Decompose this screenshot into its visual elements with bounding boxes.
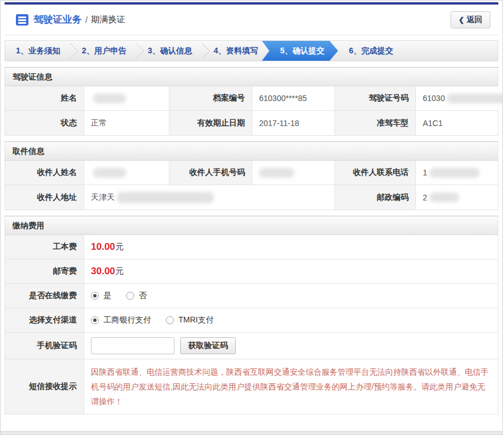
- chevron-left-icon: ❮: [459, 16, 464, 24]
- table-row: 收件人姓名 收件人手机号码 收件人联系电话 1: [5, 161, 498, 185]
- back-button[interactable]: ❮ 返回: [451, 11, 490, 28]
- page: 驾驶证业务 / 期满换证 ❮ 返回 1、业务须知 2、用户申告 3、确认信息 4…: [0, 0, 503, 435]
- step-label: 2、用户申告: [82, 46, 126, 56]
- value-sms-notice: 因陕西省联通、电信运营商技术问题，陕西省互联网交通安全综合服务管理平台无法向持陕…: [84, 359, 498, 414]
- phone-prefix: 1: [423, 168, 427, 177]
- label-production-fee: 工本费: [5, 235, 84, 259]
- step-label: 1、业务须知: [16, 46, 60, 56]
- value-sms-code: 获取验证码: [84, 333, 498, 359]
- radio-label-icbc: 工商银行支付: [103, 315, 151, 325]
- section-pickup-info: 取件信息 收件人姓名 收件人手机号码 收件人联系电话 1 收件人地址 天津天 邮…: [5, 141, 498, 210]
- value-status: 正常: [84, 111, 169, 135]
- table-row: 姓名 档案编号 610300****85 驾驶证号码 61030 X: [5, 86, 498, 111]
- radio-unselected-icon: [126, 292, 134, 300]
- step-label: 6、完成提交: [349, 46, 393, 56]
- value-recipient-phone: 1: [416, 161, 498, 185]
- label-recipient-mobile: 收件人手机号码: [169, 161, 252, 185]
- sms-notice-text: 因陕西省联通、电信运营商技术问题，陕西省互联网交通安全综合服务管理平台无法向持陕…: [91, 364, 490, 409]
- radio-label-tmri: TMRI支付: [178, 315, 214, 325]
- value-payment-channel: 工商银行支付 TMRI支付: [84, 308, 498, 332]
- radio-pay-online-yes[interactable]: 是: [91, 291, 111, 301]
- value-recipient-mobile: [252, 161, 335, 185]
- radio-unselected-icon: [166, 316, 174, 324]
- value-license-number: 61030 X: [416, 86, 503, 110]
- label-sms-code: 手机验证码: [5, 333, 84, 359]
- label-name: 姓名: [5, 86, 84, 110]
- step-label: 5、确认提交: [280, 46, 324, 56]
- radio-selected-icon: [91, 292, 99, 300]
- redaction-blur: [93, 168, 126, 178]
- radio-channel-icbc[interactable]: 工商银行支付: [91, 315, 151, 325]
- value-file-number: 610300****85: [252, 86, 335, 110]
- step-6-complete-submit[interactable]: 6、完成提交: [338, 41, 404, 61]
- label-postcode: 邮政编码: [335, 185, 416, 209]
- section-title-pickup: 取件信息: [5, 142, 498, 161]
- step-label: 3、确认信息: [148, 46, 192, 56]
- step-bar-filler: [404, 41, 498, 61]
- step-1-business-notes[interactable]: 1、业务须知: [5, 41, 71, 61]
- row-sms-notice: 短信接收提示 因陕西省联通、电信运营商技术问题，陕西省互联网交通安全综合服务管理…: [5, 359, 498, 414]
- section-payment-fees: 缴纳费用 工本费 10.00 元 邮寄费 30.00 元 是否在线缴费 是: [5, 216, 498, 414]
- label-expiry-date: 有效期止日期: [169, 111, 252, 135]
- payment-channel-radio-group: 工商银行支付 TMRI支付: [91, 315, 214, 325]
- radio-pay-online-no[interactable]: 否: [126, 291, 147, 301]
- label-pay-online: 是否在线缴费: [5, 284, 84, 308]
- step-4-fill-materials[interactable]: 4、资料填写: [203, 41, 269, 61]
- address-prefix: 天津天: [91, 192, 115, 203]
- get-sms-code-button[interactable]: 获取验证码: [180, 337, 236, 354]
- row-payment-channel: 选择支付渠道 工商银行支付 TMRI支付: [5, 308, 498, 333]
- step-5-confirm-submit-active[interactable]: 5、确认提交: [262, 41, 338, 61]
- label-postage-fee: 邮寄费: [5, 259, 84, 283]
- breadcrumb-current-page: 期满换证: [91, 14, 125, 25]
- document-list-icon: [16, 14, 28, 26]
- license-number-prefix: 61030: [423, 94, 445, 103]
- label-license-number: 驾驶证号码: [335, 86, 416, 110]
- label-vehicle-class: 准驾车型: [335, 111, 416, 135]
- redaction-blur: [117, 192, 214, 203]
- value-pay-online: 是 否: [84, 284, 498, 308]
- value-name: [84, 86, 169, 110]
- redaction-blur: [430, 168, 480, 178]
- label-recipient-name: 收件人姓名: [5, 161, 84, 185]
- value-recipient-name: [84, 161, 169, 185]
- label-payment-channel: 选择支付渠道: [5, 308, 84, 332]
- fee-row-cost: 工本费 10.00 元: [5, 235, 498, 259]
- step-2-user-declaration[interactable]: 2、用户申告: [71, 41, 137, 61]
- production-fee-amount: 10.00: [91, 241, 115, 253]
- table-row: 收件人地址 天津天 邮政编码 2: [5, 185, 498, 209]
- section-license-info: 驾驶证信息 姓名 档案编号 610300****85 驾驶证号码 61030 X…: [5, 67, 498, 136]
- production-fee-unit: 元: [116, 242, 124, 252]
- table-row: 状态 正常 有效期止日期 2017-11-18 准驾车型 A1C1: [5, 111, 498, 135]
- redaction-blur: [447, 94, 503, 103]
- value-postcode: 2: [416, 185, 498, 209]
- sms-code-input[interactable]: [91, 337, 174, 354]
- step-wizard: 1、业务须知 2、用户申告 3、确认信息 4、资料填写 5、确认提交 6、完成提…: [5, 40, 498, 61]
- step-label: 4、资料填写: [214, 46, 258, 56]
- radio-label-yes: 是: [103, 291, 111, 301]
- section-title-fees: 缴纳费用: [5, 216, 498, 235]
- fee-row-postage: 邮寄费 30.00 元: [5, 259, 498, 284]
- redaction-blur: [430, 192, 459, 202]
- value-expiry-date: 2017-11-18: [252, 111, 335, 135]
- value-recipient-address: 天津天: [84, 185, 335, 209]
- value-vehicle-class: A1C1: [416, 111, 498, 135]
- value-production-fee: 10.00 元: [84, 235, 498, 259]
- pay-online-radio-group: 是 否: [91, 291, 147, 301]
- redaction-blur: [259, 168, 294, 178]
- step-3-confirm-info[interactable]: 3、确认信息: [137, 41, 203, 61]
- redaction-blur: [93, 94, 126, 103]
- breadcrumb-service-title: 驾驶证业务: [34, 13, 82, 26]
- label-status: 状态: [5, 111, 84, 135]
- label-file-number: 档案编号: [169, 86, 252, 110]
- row-pay-online: 是否在线缴费 是 否: [5, 284, 498, 308]
- label-sms-notice: 短信接收提示: [5, 359, 84, 414]
- radio-selected-icon: [91, 316, 99, 324]
- section-title-license: 驾驶证信息: [5, 68, 498, 86]
- row-sms-code: 手机验证码 获取验证码: [5, 333, 498, 359]
- radio-label-no: 否: [139, 291, 147, 301]
- label-recipient-phone: 收件人联系电话: [335, 161, 416, 185]
- radio-channel-tmri[interactable]: TMRI支付: [166, 315, 214, 325]
- value-postage-fee: 30.00 元: [84, 259, 498, 283]
- back-button-label: 返回: [466, 15, 482, 25]
- label-recipient-address: 收件人地址: [5, 185, 84, 209]
